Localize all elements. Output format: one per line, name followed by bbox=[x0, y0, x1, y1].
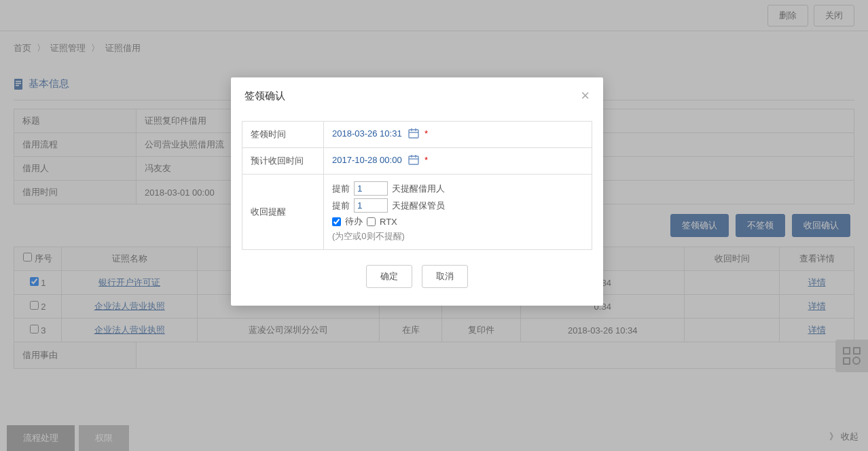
label-reminder: 收回提醒 bbox=[242, 175, 324, 250]
reminder-hint: (为空或0则不提醒) bbox=[332, 230, 583, 242]
modal-close-button[interactable]: × bbox=[581, 88, 590, 103]
modal-cancel-button[interactable]: 取消 bbox=[422, 265, 468, 288]
sign-time-input[interactable]: 2018-03-26 10:31 bbox=[332, 128, 402, 139]
svg-rect-12 bbox=[409, 156, 418, 164]
calendar-icon[interactable] bbox=[408, 155, 419, 167]
svg-rect-8 bbox=[409, 130, 418, 138]
required-mark: * bbox=[424, 128, 428, 139]
calendar-icon[interactable] bbox=[408, 128, 419, 141]
days-borrower-input[interactable] bbox=[354, 181, 388, 196]
label-sign-time: 签领时间 bbox=[242, 122, 324, 148]
modal-title: 签领确认 bbox=[245, 90, 285, 103]
required-mark: * bbox=[424, 155, 428, 165]
days-keeper-input[interactable] bbox=[354, 198, 388, 213]
modal-ok-button[interactable]: 确定 bbox=[366, 265, 412, 288]
label-expect-return: 预计收回时间 bbox=[242, 148, 324, 175]
rtx-checkbox[interactable] bbox=[367, 217, 376, 226]
expect-return-input[interactable]: 2017-10-28 00:00 bbox=[332, 155, 402, 165]
todo-checkbox[interactable] bbox=[332, 217, 341, 226]
sign-confirm-modal: 签领确认 × 签领时间 2018-03-26 10:31 * 预计收回时间 20… bbox=[231, 77, 603, 306]
